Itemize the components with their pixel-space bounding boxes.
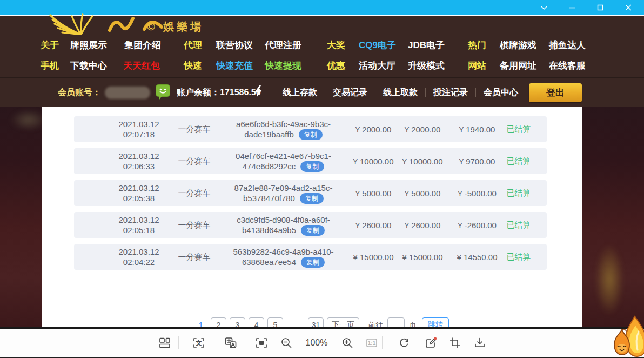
copy-button[interactable]: 复制 (299, 129, 323, 140)
nav-promo[interactable]: 优惠 (327, 59, 345, 72)
nav-upgrade-mode[interactable]: 升级模式 (408, 59, 445, 72)
status-badge: 已结算 (501, 148, 536, 174)
nav-cq9[interactable]: CQ9电子 (359, 39, 396, 51)
cell-time: 2021.03.12 02:06:33 (96, 148, 182, 174)
nav-fast[interactable]: 快速 (184, 59, 202, 72)
nav-website[interactable]: 网站 (468, 59, 486, 72)
divider (375, 88, 375, 97)
nav-jackpot[interactable]: 大奖 (327, 39, 345, 51)
order-id-line2: dade19baaffb (244, 129, 294, 140)
link-online-deposit[interactable]: 线上存款 (283, 87, 317, 98)
nav-license[interactable]: 牌照展示 (70, 39, 107, 51)
cell-time: 2021.03.12 02:07:18 (96, 116, 182, 142)
order-id-line1: 87a2fe88-7e09-4ad2-a15c- (234, 183, 333, 193)
nav-about[interactable]: 关于 (41, 39, 59, 51)
nav-agent[interactable]: 代理 (184, 39, 202, 51)
lightning-refresh-icon[interactable] (253, 85, 264, 100)
order-id-line1: 563b9282-46c9-4a9b-a410- (233, 247, 334, 257)
page-button[interactable]: 5 (267, 317, 283, 327)
cell-valid-amount: ¥ 5000.00 (394, 180, 451, 206)
link-transactions[interactable]: 交易记录 (333, 87, 367, 98)
copy-button[interactable]: 复制 (301, 225, 325, 236)
page-content: 2021.03.12 02:07:18 一分赛车 a6e6fc6d-b3fc-4… (0, 107, 644, 327)
link-online-withdraw[interactable]: 线上取款 (383, 87, 418, 98)
records-panel: 2021.03.12 02:07:18 一分赛车 a6e6fc6d-b3fc-4… (42, 107, 582, 327)
logout-button[interactable]: 登出 (529, 83, 582, 102)
page-ellipsis-gap (283, 317, 305, 327)
link-bet-records[interactable]: 投注记录 (433, 87, 468, 98)
cell-game: 一分赛车 (171, 180, 217, 206)
cell-valid-amount: ¥ 15000.00 (394, 244, 451, 270)
order-id-line2: b5378470f780 (243, 193, 295, 203)
page-current[interactable]: 1 (194, 317, 207, 327)
row-clock: 02:07:18 (123, 129, 155, 140)
nav-download[interactable]: 下载中心 (70, 59, 107, 72)
cell-order-id: c3dc9fd5-d908-4f0a-a60f- b4138d64a9b5复制 (223, 212, 344, 238)
svg-text:文: 文 (196, 340, 202, 346)
cell-profit: ¥ -5000.00 (447, 180, 507, 206)
chevron-down-icon[interactable] (534, 1, 554, 15)
nav-jdb[interactable]: JDB电子 (408, 39, 445, 51)
site-header: © 娛樂場 关于 牌照展示 集团介绍 代理 联营协议 代理注册 大奖 CQ9电子… (0, 16, 644, 107)
order-id-line1: 04ef76cf-e421-4e67-b9c1- (236, 151, 331, 161)
nav-chess-games[interactable]: 棋牌游戏 (500, 39, 536, 51)
copy-button[interactable]: 复制 (300, 161, 324, 172)
nav-agent-signup[interactable]: 代理注册 (265, 39, 301, 51)
nav-fast-deposit[interactable]: 快速充值 (216, 59, 253, 72)
nav-fishing[interactable]: 捕鱼达人 (549, 39, 586, 51)
nav-backup-url[interactable]: 备用网址 (500, 59, 536, 72)
status-badge: 已结算 (501, 116, 536, 142)
zoom-level-label: 100% (303, 338, 331, 348)
copy-button[interactable]: 复制 (301, 257, 325, 268)
order-id-line1: a6e6fc6d-b3fc-49ac-9b3c- (236, 119, 331, 129)
crop-icon[interactable] (448, 336, 462, 350)
translate-icon[interactable] (224, 336, 238, 350)
zoom-in-icon[interactable] (340, 336, 354, 350)
row-clock: 02:05:38 (123, 193, 155, 203)
nav-group-intro[interactable]: 集团介绍 (124, 39, 161, 51)
edit-icon[interactable] (424, 336, 438, 350)
row-date: 2021.03.12 (118, 215, 159, 225)
pagination: 1 2 3 4 5 31 下一页 前往 页 跳转 (194, 317, 449, 327)
smiley-chat-icon[interactable] (156, 84, 170, 103)
nav-activity-hall[interactable]: 活动大厅 (359, 59, 395, 72)
row-date: 2021.03.12 (118, 247, 159, 257)
goto-page-input[interactable] (387, 317, 405, 327)
rotate-icon[interactable] (397, 336, 411, 350)
cell-profit: ¥ 14550.00 (447, 244, 507, 270)
page-button-last[interactable]: 31 (308, 317, 324, 327)
next-page-button[interactable]: 下一页 (327, 317, 359, 327)
nav-mobile[interactable]: 手机 (41, 59, 59, 72)
jump-button[interactable]: 跳转 (422, 317, 449, 327)
nav-red-packet[interactable]: 天天红包 (123, 59, 160, 72)
link-member-center[interactable]: 会员中心 (484, 87, 518, 98)
cell-profit: ¥ -2600.00 (447, 212, 507, 238)
page-button[interactable]: 4 (249, 317, 264, 327)
nav-agreement[interactable]: 联营协议 (216, 39, 253, 51)
close-icon[interactable] (618, 1, 639, 15)
zoom-out-icon[interactable] (279, 336, 293, 350)
minimize-icon[interactable] (562, 1, 582, 15)
browse-grid-icon[interactable] (158, 336, 172, 350)
account-name-redacted (105, 87, 150, 99)
cell-game: 一分赛车 (171, 148, 217, 174)
download-icon[interactable] (473, 336, 487, 350)
balance-text: 账户余额：171586.50 (177, 87, 261, 98)
copy-button[interactable]: 复制 (300, 193, 324, 204)
one-to-one-icon[interactable]: 1:1 (365, 336, 379, 350)
divider (178, 336, 179, 349)
app-window: © 娛樂場 关于 牌照展示 集团介绍 代理 联营协议 代理注册 大奖 CQ9电子… (0, 0, 644, 358)
maximize-icon[interactable] (590, 1, 611, 15)
cell-time: 2021.03.12 02:05:18 (96, 212, 182, 238)
table-row: 2021.03.12 02:07:18 一分赛车 a6e6fc6d-b3fc-4… (74, 116, 547, 142)
row-clock: 02:05:18 (123, 225, 155, 235)
fit-screen-icon[interactable] (254, 336, 269, 350)
page-button[interactable]: 2 (211, 317, 226, 327)
cell-time: 2021.03.12 02:04:22 (96, 244, 182, 270)
page-button[interactable]: 3 (230, 317, 245, 327)
nav-hot[interactable]: 热门 (468, 39, 486, 51)
nav-fast-withdraw[interactable]: 快速提现 (265, 59, 301, 72)
ocr-text-icon[interactable]: 文 (192, 336, 206, 350)
nav-online-service[interactable]: 在线客服 (549, 59, 586, 72)
account-links: 线上存款 交易记录 线上取款 投注记录 会员中心 登出 (283, 78, 582, 107)
